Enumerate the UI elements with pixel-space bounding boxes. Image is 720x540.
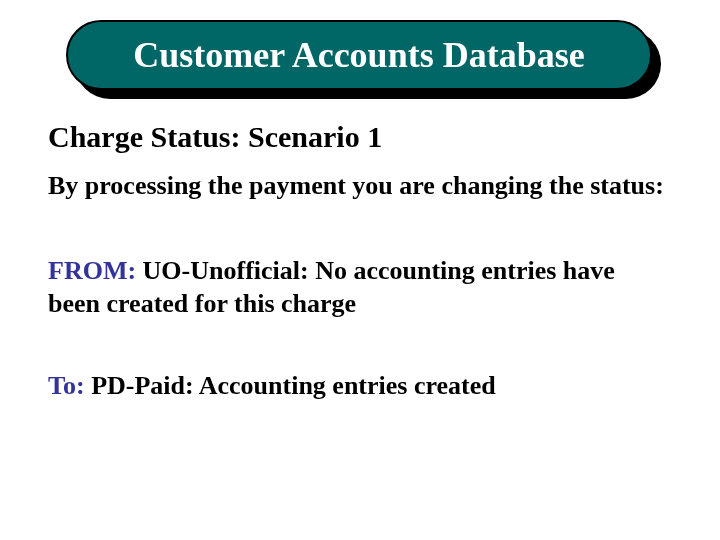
slide: Customer Accounts Database Charge Status…: [0, 0, 720, 540]
subtitle: Charge Status: Scenario 1: [48, 120, 382, 154]
title-banner: Customer Accounts Database: [66, 20, 652, 90]
title-pill: Customer Accounts Database: [66, 20, 652, 90]
to-line: To: PD-Paid: Accounting entries created: [48, 370, 672, 403]
to-text: PD-Paid: Accounting entries created: [85, 371, 496, 400]
from-line: FROM: UO-Unofficial: No accounting entri…: [48, 255, 672, 320]
intro-text: By processing the payment you are changi…: [48, 170, 672, 203]
to-label: To:: [48, 371, 85, 400]
from-label: FROM:: [48, 256, 136, 285]
page-title: Customer Accounts Database: [133, 37, 584, 73]
